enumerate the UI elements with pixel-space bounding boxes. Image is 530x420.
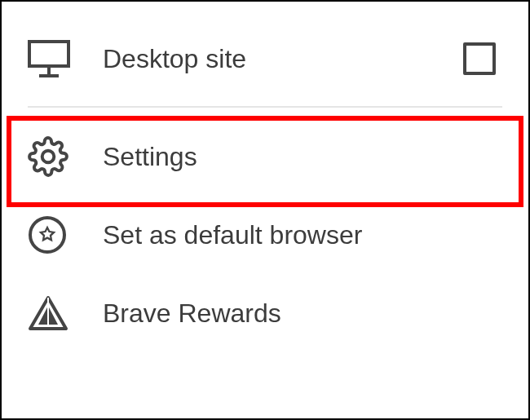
menu-item-label: Brave Rewards	[80, 298, 502, 329]
menu-item-label: Settings	[80, 142, 502, 172]
menu-item-label: Set as default browser	[80, 220, 502, 250]
gear-icon	[28, 136, 80, 177]
menu-item-desktop-site[interactable]: Desktop site	[2, 20, 528, 98]
menu-item-label: Desktop site	[80, 44, 463, 74]
desktop-site-checkbox[interactable]	[463, 42, 502, 75]
menu-item-brave-rewards[interactable]: Brave Rewards	[2, 274, 528, 352]
menu-item-default-browser[interactable]: Set as default browser	[2, 196, 528, 274]
brave-rewards-icon	[28, 295, 80, 331]
menu-item-settings[interactable]: Settings	[2, 117, 528, 196]
menu-panel: Desktop site Settings Set as default bro…	[0, 0, 530, 420]
divider	[28, 106, 502, 108]
star-circle-icon	[28, 215, 80, 254]
svg-rect-0	[29, 42, 68, 66]
monitor-icon	[28, 40, 80, 77]
